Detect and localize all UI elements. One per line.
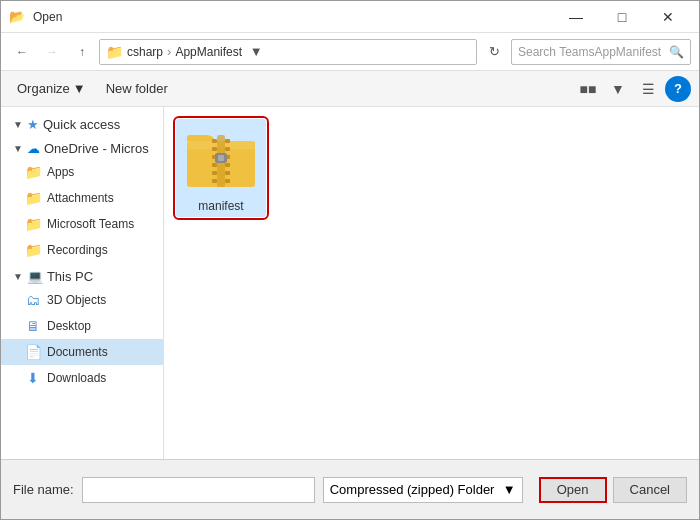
sidebar-item-apps[interactable]: 📁 Apps [1, 159, 163, 185]
open-dialog: 📂 Open — □ ✕ ← → ↑ 📁 csharp › AppManifes… [0, 0, 700, 520]
breadcrumb-sep1: › [167, 44, 171, 59]
zip-folder-svg [185, 127, 257, 191]
sidebar-item-recordings-label: Recordings [47, 243, 108, 257]
file-grid: manifest [176, 119, 687, 217]
file-type-arrow: ▼ [503, 482, 516, 497]
svg-rect-9 [225, 139, 230, 143]
quick-access-label: Quick access [43, 117, 120, 132]
desktop-icon: 🖥 [25, 318, 41, 334]
content-area: manifest [164, 107, 699, 459]
svg-rect-12 [225, 163, 230, 167]
this-pc-label: This PC [47, 269, 93, 284]
view-details-button[interactable]: ☰ [635, 76, 661, 102]
forward-button[interactable]: → [39, 39, 65, 65]
address-dropdown[interactable]: ▼ [246, 44, 266, 59]
quick-access-arrow: ▼ [13, 119, 23, 130]
organize-label: Organize [17, 81, 70, 96]
breadcrumb-part1: csharp [127, 45, 163, 59]
svg-rect-6 [212, 163, 217, 167]
svg-rect-4 [212, 147, 217, 151]
sidebar-item-attachments[interactable]: 📁 Attachments [1, 185, 163, 211]
svg-rect-7 [212, 171, 217, 175]
title-bar: 📂 Open — □ ✕ [1, 1, 699, 33]
svg-rect-10 [225, 147, 230, 151]
view-tiles-button[interactable]: ■■ [575, 76, 601, 102]
up-button[interactable]: ↑ [69, 39, 95, 65]
breadcrumb-part2: AppManifest [175, 45, 242, 59]
bottom-bar: File name: Compressed (zipped) Folder ▼ … [1, 459, 699, 519]
downloads-icon: ⬇ [25, 370, 41, 386]
svg-rect-3 [212, 139, 217, 143]
new-folder-label: New folder [106, 81, 168, 96]
sidebar-item-documents[interactable]: 📄 Documents [1, 339, 163, 365]
this-pc-arrow: ▼ [13, 271, 23, 282]
sidebar-section-this-pc[interactable]: ▼ 💻 This PC [1, 263, 163, 287]
toolbar: Organize ▼ New folder ■■ ▼ ☰ ? [1, 71, 699, 107]
sidebar-item-attachments-label: Attachments [47, 191, 114, 205]
sidebar-section-onedrive[interactable]: ▼ ☁ OneDrive - Micros [1, 135, 163, 159]
address-bar: ← → ↑ 📁 csharp › AppManifest ▼ ↻ Search … [1, 33, 699, 71]
file-type-dropdown[interactable]: Compressed (zipped) Folder ▼ [323, 477, 523, 503]
3d-objects-icon: 🗂 [25, 292, 41, 308]
toolbar-right: ■■ ▼ ☰ ? [575, 76, 691, 102]
sidebar-item-desktop[interactable]: 🖥 Desktop [1, 313, 163, 339]
sidebar-item-desktop-label: Desktop [47, 319, 91, 333]
svg-rect-14 [225, 179, 230, 183]
search-box[interactable]: Search TeamsAppManifest 🔍 [511, 39, 691, 65]
documents-icon: 📄 [25, 344, 41, 360]
filename-label: File name: [13, 482, 74, 497]
file-icon-wrapper [185, 123, 257, 195]
main-area: ▼ ★ Quick access ▼ ☁ OneDrive - Micros 📁… [1, 107, 699, 459]
close-button[interactable]: ✕ [645, 1, 691, 33]
sidebar-item-3d-label: 3D Objects [47, 293, 106, 307]
recordings-folder-icon: 📁 [25, 242, 41, 258]
sidebar-item-downloads-label: Downloads [47, 371, 106, 385]
title-bar-left: 📂 Open [9, 9, 62, 25]
svg-rect-16 [218, 155, 224, 161]
svg-rect-8 [212, 179, 217, 183]
filename-input[interactable] [82, 477, 315, 503]
minimize-button[interactable]: — [553, 1, 599, 33]
organize-button[interactable]: Organize ▼ [9, 75, 94, 103]
bottom-buttons: Open Cancel [539, 477, 687, 503]
sidebar: ▼ ★ Quick access ▼ ☁ OneDrive - Micros 📁… [1, 107, 164, 459]
file-item-manifest[interactable]: manifest [176, 119, 266, 217]
onedrive-icon: ☁ [27, 141, 40, 156]
cancel-button[interactable]: Cancel [613, 477, 687, 503]
open-button[interactable]: Open [539, 477, 607, 503]
sidebar-item-downloads[interactable]: ⬇ Downloads [1, 365, 163, 391]
address-box[interactable]: 📁 csharp › AppManifest ▼ [99, 39, 477, 65]
search-placeholder: Search TeamsAppManifest [518, 45, 665, 59]
sidebar-item-microsoft-teams[interactable]: 📁 Microsoft Teams [1, 211, 163, 237]
refresh-button[interactable]: ↻ [481, 39, 507, 65]
search-icon: 🔍 [669, 45, 684, 59]
quick-access-icon: ★ [27, 117, 39, 132]
onedrive-label: OneDrive - Micros [44, 141, 149, 156]
dialog-title: Open [33, 10, 62, 24]
new-folder-button[interactable]: New folder [98, 75, 176, 103]
maximize-button[interactable]: □ [599, 1, 645, 33]
sidebar-section-quick-access[interactable]: ▼ ★ Quick access [1, 111, 163, 135]
teams-folder-icon: 📁 [25, 216, 41, 232]
title-bar-controls: — □ ✕ [553, 1, 691, 33]
organize-arrow: ▼ [73, 81, 86, 96]
apps-folder-icon: 📁 [25, 164, 41, 180]
back-button[interactable]: ← [9, 39, 35, 65]
dialog-icon: 📂 [9, 9, 25, 25]
sidebar-item-3d-objects[interactable]: 🗂 3D Objects [1, 287, 163, 313]
onedrive-arrow: ▼ [13, 143, 23, 154]
sidebar-item-apps-label: Apps [47, 165, 74, 179]
help-button[interactable]: ? [665, 76, 691, 102]
file-label-manifest: manifest [198, 199, 243, 213]
breadcrumb: csharp › AppManifest [127, 44, 242, 59]
this-pc-icon: 💻 [27, 269, 43, 284]
file-type-label: Compressed (zipped) Folder [330, 482, 495, 497]
view-dropdown-button[interactable]: ▼ [605, 76, 631, 102]
sidebar-item-teams-label: Microsoft Teams [47, 217, 134, 231]
attachments-folder-icon: 📁 [25, 190, 41, 206]
folder-icon: 📁 [106, 44, 123, 60]
sidebar-item-recordings[interactable]: 📁 Recordings [1, 237, 163, 263]
sidebar-item-documents-label: Documents [47, 345, 108, 359]
svg-rect-13 [225, 171, 230, 175]
